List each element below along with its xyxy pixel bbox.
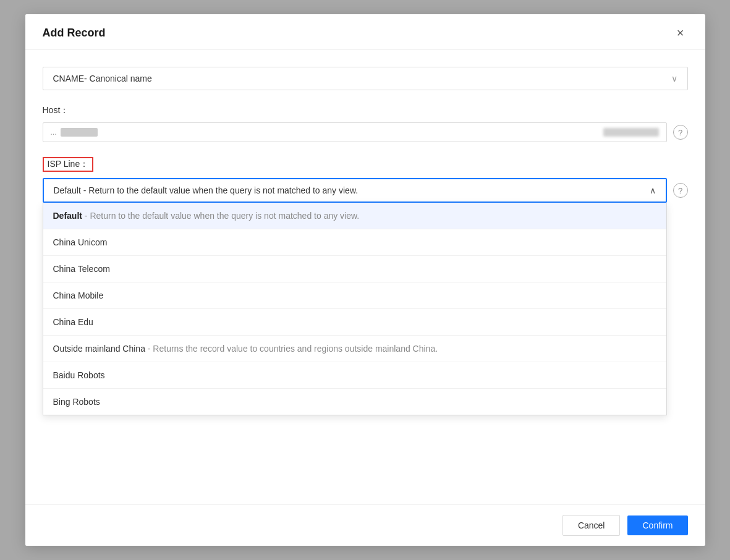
host-row: ... ? (43, 122, 688, 142)
dropdown-item-default-label: Default (53, 211, 82, 221)
dropdown-item-outside-mainland[interactable]: Outside mainland China - Returns the rec… (43, 336, 666, 362)
record-type-chevron-icon: ∨ (671, 74, 677, 83)
record-type-select[interactable]: CNAME- Canonical name ∨ (43, 67, 688, 90)
record-type-section: CNAME- Canonical name ∨ (43, 67, 688, 90)
dropdown-item-outside-mainland-label: Outside mainland China (53, 344, 145, 354)
dialog-footer: Cancel Confirm (25, 504, 705, 546)
dropdown-item-default-desc: - Return to the default value when the q… (82, 211, 359, 221)
dropdown-item-baidu-robots-label: Baidu Robots (53, 370, 105, 380)
host-help-icon[interactable]: ? (673, 125, 688, 140)
dropdown-item-baidu-robots[interactable]: Baidu Robots (43, 362, 666, 389)
dropdown-item-china-mobile[interactable]: China Mobile (43, 282, 666, 309)
isp-line-label: ISP Line： (43, 157, 94, 172)
isp-section: ISP Line： Default - Return to the defaul… (43, 157, 688, 203)
isp-row: Default - Return to the default value wh… (43, 178, 688, 203)
record-type-value: CNAME- Canonical name (53, 74, 152, 83)
dropdown-item-china-edu-label: China Edu (53, 317, 93, 327)
isp-chevron-up-icon: ∧ (650, 185, 656, 195)
add-record-dialog: Add Record × CNAME- Canonical name ∨ Hos… (25, 14, 705, 546)
close-button[interactable]: × (673, 25, 688, 40)
dropdown-item-china-telecom[interactable]: China Telecom (43, 256, 666, 282)
dropdown-item-china-unicom-label: China Unicom (53, 237, 108, 247)
dialog-overlay: Add Record × CNAME- Canonical name ∨ Hos… (0, 0, 730, 560)
isp-dropdown-list: Default - Return to the default value wh… (43, 203, 667, 415)
isp-selected-text: Default - Return to the default value wh… (54, 185, 359, 195)
host-label: Host： (43, 105, 688, 116)
dialog-title: Add Record (43, 27, 106, 40)
dialog-header: Add Record × (25, 14, 705, 49)
dropdown-item-bing-robots[interactable]: Bing Robots (43, 389, 666, 415)
host-input-blurred (61, 128, 98, 137)
dropdown-item-china-unicom[interactable]: China Unicom (43, 229, 666, 256)
dropdown-item-outside-mainland-desc: - Returns the record value to countries … (145, 344, 438, 354)
isp-select-box[interactable]: Default - Return to the default value wh… (43, 178, 667, 203)
dropdown-item-china-telecom-label: China Telecom (53, 264, 110, 274)
dropdown-item-china-edu[interactable]: China Edu (43, 309, 666, 336)
dropdown-item-bing-robots-label: Bing Robots (53, 397, 100, 407)
isp-help-icon[interactable]: ? (673, 183, 688, 198)
host-input-wrapper: ... (43, 122, 667, 142)
isp-select-wrapper: Default - Return to the default value wh… (43, 178, 667, 203)
confirm-button[interactable]: Confirm (627, 515, 687, 535)
dropdown-item-china-mobile-label: China Mobile (53, 291, 104, 300)
host-domain-blurred (603, 128, 659, 137)
host-prefix-dots: ... (51, 128, 57, 137)
cancel-button[interactable]: Cancel (562, 515, 621, 536)
isp-selected-desc: - Return to the default value when the q… (81, 185, 358, 195)
dropdown-item-default[interactable]: Default - Return to the default value wh… (43, 203, 666, 229)
dialog-body: CNAME- Canonical name ∨ Host： ... ? (25, 49, 705, 504)
isp-selected-label: Default (54, 185, 81, 195)
host-section: Host： ... ? (43, 105, 688, 142)
